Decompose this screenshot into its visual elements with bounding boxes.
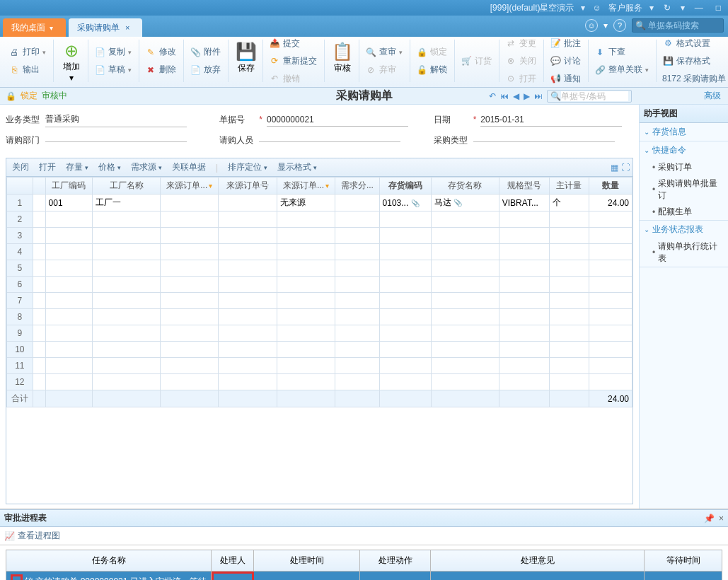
dropdown-icon[interactable]: ▾ (681, 3, 685, 13)
col-factory-code[interactable]: 工厂编码 (45, 178, 93, 195)
dropdown-icon[interactable]: ▾ (603, 21, 608, 30)
help-icon[interactable]: ? (613, 19, 626, 32)
close-icon[interactable]: × (125, 23, 129, 32)
close-button[interactable]: ⊗关闭 (504, 54, 538, 68)
last-icon[interactable]: ⏭ (534, 91, 543, 101)
table-row[interactable]: 9 (7, 325, 632, 342)
col-source-no[interactable]: 来源订单号 (219, 178, 277, 195)
col-qty[interactable]: 数量 (589, 178, 632, 195)
col-inv-code[interactable]: 存货编码 (379, 178, 431, 195)
table-row[interactable]: 4 (7, 244, 632, 260)
section-inventory[interactable]: ⌄存货信息 (640, 123, 728, 141)
approval-table[interactable]: 任务名称 处理人 处理时间 处理动作 处理意见 等待时间 铭 交的请购单 000… (6, 550, 722, 580)
grid-open-button[interactable]: 打开 (39, 161, 56, 173)
review-button[interactable]: 🔍查审▾ (364, 45, 404, 59)
save-button[interactable]: 💾 保存 (230, 40, 263, 82)
change-button[interactable]: ⇄变更 (504, 37, 538, 50)
dropdown-icon[interactable]: ▾ (581, 3, 585, 13)
data-table[interactable]: 工厂编码 工厂名称 来源订单...▾ 来源订单号 来源订单...▾ 需求分...… (6, 177, 632, 407)
table-row[interactable]: 1001工厂一无来源0103... 📎马达 📎VIBRAT...个24.00 (7, 195, 632, 211)
grid-related-button[interactable]: 关联单据 (172, 161, 206, 173)
refresh-icon[interactable]: ↻ (661, 3, 674, 13)
section-shortcuts[interactable]: ⌄快捷命令 (640, 141, 728, 159)
open-button[interactable]: ⊙打开 (504, 72, 538, 86)
approve-button[interactable]: 📝批注 (548, 37, 582, 50)
adjust-button[interactable]: 🔗整单关联▾ (593, 63, 650, 76)
col-factory-name[interactable]: 工厂名称 (93, 178, 161, 195)
minimize-button[interactable]: — (692, 3, 706, 13)
user-icon[interactable]: ☺ (585, 19, 598, 32)
col-spec[interactable]: 规格型号 (499, 178, 549, 195)
shortcut-item[interactable]: •采购订单 (640, 159, 728, 175)
tab-desktop[interactable]: 我的桌面 ▾ (3, 18, 66, 37)
lock-button[interactable]: 🔒锁定 (415, 45, 449, 59)
section-reports[interactable]: ⌄业务状态报表 (640, 221, 728, 238)
close-icon[interactable]: × (719, 514, 724, 523)
table-row[interactable]: 7 (7, 293, 632, 309)
grid-expand-icon[interactable]: ⛶ (621, 163, 630, 173)
notify-button[interactable]: 📢通知 (548, 72, 582, 86)
discuss-button[interactable]: 💬讨论 (548, 54, 582, 68)
draft-button[interactable]: 📄草稿▾ (93, 63, 133, 76)
order-button[interactable]: 🛒订货 (459, 54, 493, 68)
grid-sort-button[interactable]: 排序定位▾ (228, 161, 267, 173)
discard-button[interactable]: 📄放弃 (188, 63, 222, 76)
table-row[interactable]: 6 (7, 277, 632, 293)
prev-icon[interactable]: ◀ (513, 91, 519, 101)
col-uom[interactable]: 主计量 (550, 178, 589, 195)
dropdown-icon[interactable]: ▾ (649, 3, 654, 13)
view-process-button[interactable]: 📈查看进程图 (4, 530, 60, 542)
download-button[interactable]: ⬇下查 (593, 45, 650, 59)
submit-button[interactable]: 📤提交 (267, 37, 318, 50)
first-icon[interactable]: ⏮ (500, 91, 509, 101)
resubmit-button[interactable]: ⟳重新提交 (267, 54, 318, 68)
search-input[interactable] (648, 21, 720, 30)
copy-button[interactable]: 📄复制▾ (93, 45, 133, 59)
next-icon[interactable]: ▶ (524, 91, 530, 101)
pin-icon[interactable]: 📌 (704, 514, 715, 523)
delete-button[interactable]: ✖删除 (144, 63, 178, 76)
format-button[interactable]: ⚙格式设置 (661, 37, 727, 50)
person-value[interactable] (259, 139, 400, 142)
table-row[interactable]: 12 (7, 374, 632, 390)
shortcut-item[interactable]: •配额生单 (640, 204, 728, 220)
dropdown-icon[interactable]: ▾ (50, 24, 53, 32)
table-row[interactable]: 5 (7, 260, 632, 277)
col-source-order[interactable]: 来源订单... (166, 180, 207, 190)
revoke-button[interactable]: ↶撤销 (267, 72, 318, 86)
service-label[interactable]: 客户服务 (608, 2, 642, 14)
table-row[interactable]: 11 (7, 358, 632, 374)
purchase-type-value[interactable] (473, 139, 615, 142)
unlock-button[interactable]: 🔓解锁 (415, 63, 449, 76)
grid-config-icon[interactable]: ▦ (611, 163, 618, 173)
print-button[interactable]: 🖨打印▾ (7, 45, 47, 59)
doc-no-value[interactable]: 0000000021 (267, 113, 408, 127)
saveformat-button[interactable]: 💾保存格式 (661, 54, 727, 68)
grid-close-button[interactable]: 关闭 (12, 161, 29, 173)
maximize-button[interactable]: □ (713, 3, 724, 13)
modify-button[interactable]: ✎修改 (144, 45, 178, 59)
col-demand[interactable]: 需求分... (335, 178, 379, 195)
date-value[interactable]: 2015-01-31 (480, 113, 622, 127)
col-source-line[interactable]: 来源订单... (283, 180, 324, 190)
table-row[interactable]: 铭 交的请购单 0000000021 已进入审批流，等待您的审批！ 王铭 待审 … (6, 572, 722, 581)
global-search[interactable]: 🔍 (632, 18, 724, 33)
add-button[interactable]: ⊕ 增加 ▾ (55, 40, 88, 82)
report-item[interactable]: •请购单执行统计表 (640, 238, 728, 267)
doc-search-input[interactable] (561, 91, 628, 101)
dept-value[interactable] (45, 139, 187, 142)
abandon-button[interactable]: ⊘弃审 (364, 63, 404, 76)
table-row[interactable]: 8 (7, 309, 632, 325)
tab-purchase-request[interactable]: 采购请购单 × (69, 18, 142, 37)
grid-display-button[interactable]: 显示格式▾ (277, 161, 317, 173)
table-row[interactable]: 10 (7, 342, 632, 358)
doc-search[interactable]: 🔍 (547, 90, 632, 103)
grid-demand-button[interactable]: 需求源▾ (131, 161, 162, 173)
table-row[interactable]: 2 (7, 211, 632, 228)
biz-type-value[interactable]: 普通采购 (45, 112, 187, 127)
audit-button[interactable]: 📋 审核 (326, 40, 359, 82)
attach-button[interactable]: 📎附件 (188, 45, 222, 59)
col-inv-name[interactable]: 存货名称 (432, 178, 499, 195)
output-button[interactable]: ⎘输出 (7, 63, 47, 76)
table-row[interactable]: 3 (7, 228, 632, 244)
